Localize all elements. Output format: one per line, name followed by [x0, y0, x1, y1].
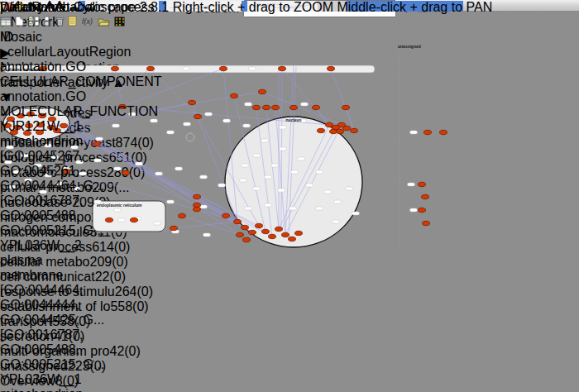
table-cell: [GO:0044464, GO:0044444, GO:0044425, G..… — [0, 283, 156, 327]
network-node[interactable] — [243, 237, 251, 241]
table-row[interactable]: YPL036W__1mitochondrion[GO:0044464, GO:0… — [0, 372, 156, 392]
network-node[interactable] — [351, 128, 358, 132]
node-label — [316, 170, 323, 174]
network-node[interactable] — [194, 194, 201, 198]
node-label — [301, 103, 309, 106]
table-row[interactable]: YJR121W__1mitochondrion[GO:0045267, GO:0… — [0, 119, 156, 238]
node-label — [334, 200, 342, 203]
table-cell: [GO:0045267, GO:0045261, GO:0044464, G..… — [0, 149, 156, 194]
network-node[interactable] — [194, 207, 201, 211]
column-header-_cellularLayoutRegion[interactable]: _cellularLayoutRegion — [0, 45, 85, 60]
node-label — [245, 207, 252, 210]
network-node[interactable] — [189, 100, 196, 104]
table-cell: plasma membrane — [0, 253, 85, 283]
node-label — [240, 179, 247, 182]
table-cell: mitochondrion — [0, 134, 85, 149]
network-node[interactable] — [326, 122, 333, 127]
network-node[interactable] — [337, 129, 344, 133]
node-label — [205, 112, 213, 116]
table-cell: [GO:0016787, GO:0005488, GO:0005215, G..… — [0, 327, 124, 372]
network-node[interactable] — [424, 130, 432, 134]
attribute-table-body: YJR121W__1mitochondrion[GO:0045267, GO:0… — [0, 119, 156, 392]
network-node[interactable] — [237, 232, 244, 237]
node-label — [346, 187, 353, 190]
svg-text:f(x): f(x) — [82, 17, 93, 26]
network-node[interactable] — [440, 130, 447, 134]
formula-icon[interactable]: f(x) — [81, 15, 94, 29]
network-node[interactable] — [194, 203, 201, 207]
network-node[interactable] — [242, 225, 249, 229]
network-node[interactable] — [234, 219, 242, 223]
node-label — [306, 184, 313, 187]
network-node[interactable] — [342, 105, 350, 109]
node-label — [253, 154, 261, 157]
node-label — [203, 233, 211, 237]
node-label — [408, 183, 415, 186]
notes-icon[interactable] — [68, 15, 77, 29]
region-label-nucleus: nucleus — [286, 117, 302, 122]
column-header-annotation.GO MOLECULAR_FUNCTION[interactable]: annotation.GO MOLECULAR_FUNCTION — [0, 89, 124, 119]
node-label — [265, 175, 272, 179]
network-node[interactable] — [269, 234, 276, 238]
table-row[interactable]: YPL036W__2plasma membrane[GO:0044464, GO… — [0, 238, 156, 372]
network-node[interactable] — [423, 221, 430, 225]
network-node[interactable] — [259, 89, 266, 93]
unselect-attributes-icon[interactable] — [43, 15, 51, 29]
cytoscape-desktop: Cytoscape Desktop (New Session) Search: — [0, 0, 579, 392]
data-panel: Data Panel f(x) ID_cellularLayoutRegiona… — [0, 0, 156, 392]
status-welcome: Welcome to Cytoscape 2.8.1 — [0, 0, 169, 14]
network-node[interactable] — [263, 105, 270, 109]
self-loop-edge[interactable] — [186, 133, 194, 141]
network-node[interactable] — [272, 105, 280, 109]
node-label — [249, 67, 256, 70]
node-label — [324, 190, 332, 194]
network-node[interactable] — [262, 229, 270, 233]
node-label — [410, 208, 418, 212]
column-header-ID[interactable]: ID — [0, 30, 69, 45]
network-node[interactable] — [419, 208, 426, 212]
network-node[interactable] — [422, 194, 429, 198]
import-attributes-icon[interactable] — [98, 15, 110, 29]
network-node[interactable] — [318, 128, 325, 132]
node-label — [271, 164, 279, 167]
network-node[interactable] — [253, 105, 261, 109]
delete-attribute-icon[interactable] — [55, 15, 65, 29]
node-label — [245, 103, 252, 106]
network-node[interactable] — [256, 223, 263, 227]
network-node[interactable] — [328, 66, 335, 70]
network-node[interactable] — [179, 213, 186, 218]
network-node[interactable] — [249, 230, 256, 234]
node-label — [316, 207, 323, 210]
table-cell: [GO:0016787, GO:0005488, GO:0005215, G..… — [0, 194, 124, 238]
network-node[interactable] — [279, 66, 286, 70]
table-cell: YPL036W__2 — [0, 238, 69, 253]
heatmap-icon[interactable] — [114, 15, 125, 29]
network-node[interactable] — [295, 231, 303, 235]
network-node[interactable] — [290, 105, 298, 109]
new-attribute-icon[interactable] — [15, 15, 24, 29]
node-label — [218, 184, 226, 187]
column-header-annotation.GO CELLULAR_COMPONENT[interactable]: annotation.GO CELLULAR_COMPONENT — [0, 60, 156, 89]
node-label — [175, 167, 183, 170]
network-node[interactable] — [231, 93, 238, 98]
network-node[interactable] — [282, 232, 290, 237]
node-label — [167, 200, 175, 203]
node-label — [200, 205, 208, 208]
network-node[interactable] — [313, 105, 320, 109]
node-label — [183, 67, 190, 70]
attribute-table-icon[interactable] — [0, 15, 12, 29]
network-node[interactable] — [223, 213, 230, 218]
network-node[interactable] — [170, 226, 178, 230]
node-label — [261, 139, 269, 142]
network-node[interactable] — [220, 66, 227, 70]
select-attributes-icon[interactable] — [28, 15, 40, 29]
network-node[interactable] — [343, 126, 351, 130]
node-label — [223, 119, 231, 122]
network-node[interactable] — [194, 114, 202, 118]
node-label — [280, 147, 287, 151]
network-node[interactable] — [289, 237, 296, 241]
node-label — [278, 189, 285, 192]
node-label — [243, 124, 251, 127]
network-node[interactable] — [419, 182, 426, 186]
network-node[interactable] — [275, 227, 283, 231]
